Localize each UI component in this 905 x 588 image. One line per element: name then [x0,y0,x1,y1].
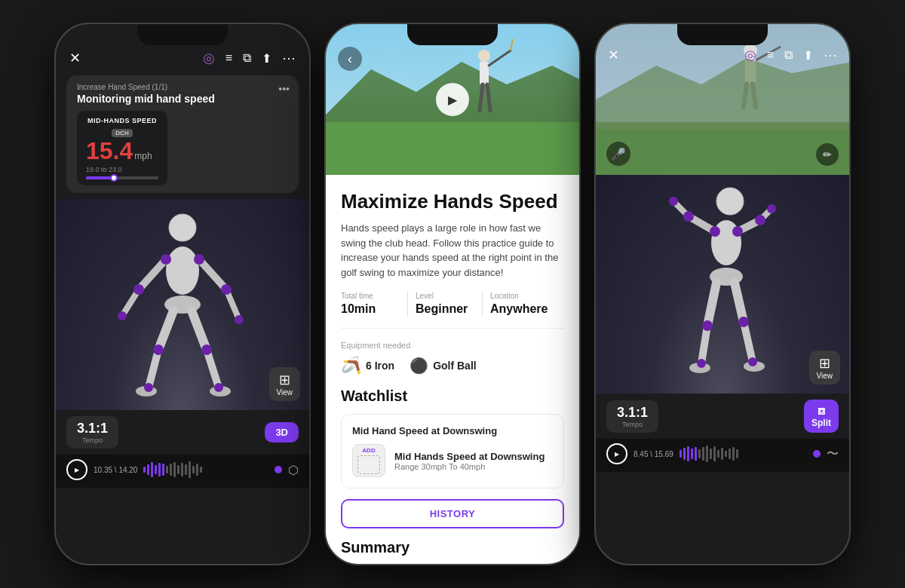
meta-location-value: Anywhere [490,302,548,315]
phone3-video-area: ✕ ◎ ≡ ⧉ ⬆ ⋯ 🎤 ✏ [596,24,849,175]
svg-line-12 [192,311,207,350]
video-thumbnail: ‹ ▶ [326,24,579,175]
iron-label: 6 Iron [366,360,394,372]
svg-point-48 [669,197,678,206]
layers-icon[interactable]: ⧉ [243,51,251,65]
svg-point-55 [702,320,713,331]
svg-point-40 [716,188,744,215]
status-card: Increase Hand Speed (1/1) Monitoring mid… [66,75,299,193]
metric-box: MID-HANDS SPEED DCH 15.4 mph 19.0 to 23.… [77,111,167,185]
svg-point-0 [169,214,196,241]
3d-button[interactable]: 3D [265,422,299,443]
split-button[interactable]: ⧈ Split [804,400,839,433]
phone1-progress-area: ▶ 10.35 \ 14.20 [56,455,309,488]
svg-point-9 [235,315,244,324]
svg-point-1 [166,247,199,295]
meta-location-label: Location [490,292,549,300]
equipment-section: Equipment needed 🪃 6 Iron ⚫ Golf Ball [341,341,564,375]
back-button[interactable]: ‹ [338,47,362,71]
tempo-label: Tempo [77,436,108,444]
phone3-play-button[interactable]: ▶ [606,443,627,464]
equipment-items: 🪃 6 Iron ⚫ Golf Ball [341,356,564,375]
edit-button[interactable]: ✏ [816,143,839,166]
equipment-label: Equipment needed [341,341,564,350]
export-icon[interactable]: ⬡ [288,463,299,477]
phone-1: ✕ ◎ ≡ ⧉ ⬆ ⋯ Increase Hand Speed (1/1) Mo… [54,23,311,565]
phone3-waveform[interactable] [680,445,807,463]
svg-point-60 [748,357,757,366]
watchlist-card-title: Mid Hand Speed at Downswing [352,425,553,436]
phone3-export-icon[interactable]: 〜 [827,446,839,462]
svg-line-51 [707,283,716,326]
progress-knob[interactable] [275,466,282,473]
watchlist-card: Mid Hand Speed at Downswing ADD Mid Hand… [341,414,564,488]
svg-point-20 [214,383,223,392]
metric-unit: mph [134,151,152,161]
close-icon-p3[interactable]: ✕ [608,47,619,63]
svg-line-53 [701,326,707,363]
svg-point-16 [201,345,212,355]
phone3-progress-area: ▶ 8.45 \ 15.69 [596,439,849,472]
phone2-topbar: ‹ [326,24,579,71]
content-desc: Hands speed plays a large role in how fa… [341,221,564,280]
svg-point-22 [194,254,204,265]
tempo-display: 3.1:1 Tempo [66,416,118,449]
phone3-view-label: View [817,372,833,380]
upload-icon[interactable]: ⬆ [262,51,272,66]
svg-point-19 [144,383,153,392]
card-menu-btn[interactable]: ••• [278,83,290,95]
svg-point-21 [161,254,171,265]
upload-icon-p3[interactable]: ⬆ [803,48,813,63]
meta-time-label: Total time [341,292,400,300]
layers-icon-p3[interactable]: ⧉ [784,48,793,62]
metric-value: 15.4 [86,139,133,163]
phone3-figure-area: ⊞ View [596,175,849,394]
svg-point-7 [221,284,232,295]
phone-2: ‹ ▶ Maximize Hands Speed Hands speed pla… [324,23,581,565]
close-icon[interactable]: ✕ [69,50,81,66]
watchlist-thumb: ADD [352,444,385,477]
menu-lines-icon-p3[interactable]: ≡ [767,48,774,62]
ball-label: Golf Ball [433,360,477,372]
svg-line-11 [158,311,173,350]
phone1-topbar: ✕ ◎ ≡ ⧉ ⬆ ⋯ [56,24,309,72]
metric-badge: DCH [112,129,132,137]
metric-slider[interactable] [86,176,158,179]
waveform[interactable] [143,461,268,479]
meta-level-value: Beginner [416,302,468,315]
play-button[interactable]: ▶ [66,459,87,480]
phone-3: ✕ ◎ ≡ ⧉ ⬆ ⋯ 🎤 ✏ [594,23,851,565]
target-icon[interactable]: ◎ [203,50,215,66]
target-icon-p3[interactable]: ◎ [744,47,756,63]
phone3-view-button[interactable]: ⊞ View [809,351,841,384]
phone3-time-display: 8.45 \ 15.69 [634,450,673,458]
tempo-value: 3.1:1 [77,421,108,436]
phone3-tempo-display: 3.1:1 Tempo [606,400,658,433]
meta-time-value: 10min [341,302,376,315]
menu-lines-icon[interactable]: ≡ [225,51,232,65]
metric-label: MID-HANDS SPEED [86,117,158,124]
more-icon-p3[interactable]: ⋯ [824,47,837,63]
watchlist-info: Mid Hands Speed at Downswing Range 30mph… [394,451,545,471]
metric-slider-thumb [110,174,118,182]
mic-button[interactable]: 🎤 [606,142,630,166]
metric-slider-fill [86,176,112,179]
view-button[interactable]: ⊞ View [269,367,301,401]
svg-point-6 [133,284,144,295]
content-card: Maximize Hands Speed Hands speed plays a… [326,175,579,565]
svg-point-56 [738,317,749,327]
svg-point-61 [710,226,720,237]
summary-title: Summary [341,539,564,556]
history-button[interactable]: HISTORY [341,499,564,528]
meta-level: Level Beginner [416,292,483,316]
svg-rect-33 [596,122,849,175]
phone3-progress-knob[interactable] [813,450,821,458]
stick-figure-p3 [647,182,798,386]
svg-point-59 [697,359,706,368]
svg-line-13 [149,350,158,387]
stick-figure [107,207,258,403]
more-icon[interactable]: ⋯ [282,50,296,66]
watchlist-item-range: Range 30mph To 40mph [394,462,545,471]
watchlist-title: Watchlist [341,387,564,405]
video-play-button[interactable]: ▶ [436,83,469,116]
